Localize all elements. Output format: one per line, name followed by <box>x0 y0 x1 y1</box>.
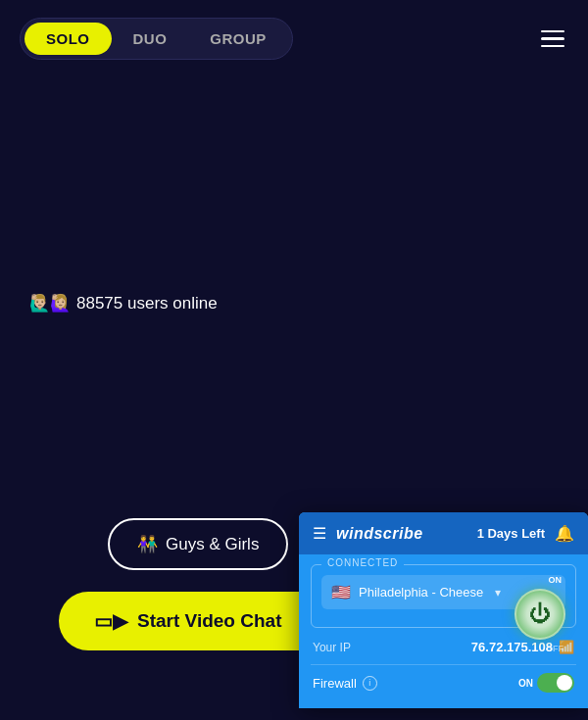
ws-toggle-switch[interactable] <box>537 673 574 693</box>
ws-power-section: ON OFF <box>514 589 565 640</box>
windscribe-body: CONNECTED 🇺🇸 Philadelphia - Cheese ▾ ON … <box>299 554 588 708</box>
windscribe-overlay: ☰ windscribe 1 Days Left 🔔 CONNECTED 🇺🇸 … <box>299 512 588 708</box>
users-online: 🙋🏼‍♂️🙋🏼‍♀️ 88575 users online <box>29 293 218 313</box>
ws-days-left: 1 Days Left <box>477 526 545 541</box>
filter-emoji: 👫 <box>137 534 158 554</box>
ws-connected-section: CONNECTED 🇺🇸 Philadelphia - Cheese ▾ ON … <box>311 564 576 628</box>
ws-location-display: 🇺🇸 Philadelphia - Cheese ▾ <box>331 583 501 601</box>
tab-group[interactable]: GROUP <box>188 23 288 55</box>
filter-label: Guys & Girls <box>166 535 259 554</box>
ws-connected-badge: CONNECTED <box>321 557 404 568</box>
ws-firewall-toggle[interactable]: ON <box>518 673 574 693</box>
ws-off-label: OFF <box>546 644 564 653</box>
ws-power-button[interactable] <box>514 589 565 640</box>
ws-ip-address: 76.72.175.108 <box>471 640 553 654</box>
ws-logo: windscribe <box>336 525 423 543</box>
tab-solo[interactable]: SOLO <box>24 23 112 55</box>
ws-bell-icon[interactable]: 🔔 <box>555 524 574 543</box>
ws-info-icon[interactable]: i <box>363 676 377 691</box>
ws-firewall-text: Firewall <box>313 676 357 691</box>
ws-firewall-label: Firewall i <box>313 676 377 691</box>
windscribe-header: ☰ windscribe 1 Days Left 🔔 <box>299 512 588 554</box>
ws-toggle-on-text: ON <box>518 678 533 689</box>
ws-ip-label: Your IP <box>313 641 351 654</box>
header: SOLO DUO GROUP <box>0 0 588 77</box>
users-online-count: 88575 users online <box>76 294 218 313</box>
ws-on-label: ON <box>549 575 563 585</box>
us-flag-icon: 🇺🇸 <box>331 583 351 601</box>
tab-group: SOLO DUO GROUP <box>20 18 293 60</box>
users-online-emoji: 🙋🏼‍♂️🙋🏼‍♀️ <box>29 293 71 313</box>
ws-header-left: ☰ windscribe <box>313 524 423 543</box>
filter-button[interactable]: 👫 Guys & Girls <box>108 518 288 570</box>
main-content: 🙋🏼‍♂️🙋🏼‍♀️ 88575 users online 👫 Guys & G… <box>0 77 588 720</box>
tab-duo[interactable]: DUO <box>112 23 189 55</box>
start-video-label: Start Video Chat <box>137 610 281 632</box>
start-video-button[interactable]: ▭▶ Start Video Chat <box>59 592 328 650</box>
ws-header-right: 1 Days Left 🔔 <box>477 524 574 543</box>
hamburger-menu[interactable] <box>537 26 568 52</box>
ws-firewall-row: Firewall i ON <box>311 664 576 695</box>
ws-location-name: Philadelphia - Cheese <box>359 585 483 600</box>
ws-menu-icon[interactable]: ☰ <box>313 524 326 543</box>
video-camera-icon: ▭▶ <box>94 609 127 633</box>
ws-chevron-icon: ▾ <box>495 586 501 600</box>
